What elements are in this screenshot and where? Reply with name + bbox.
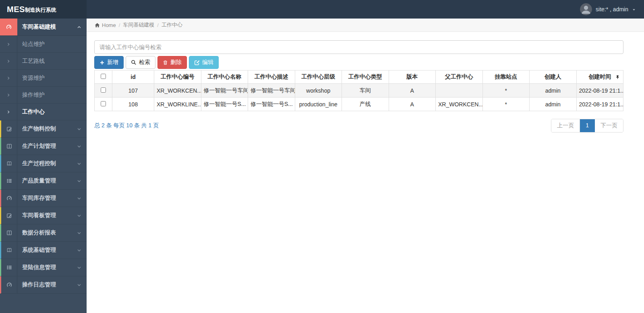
chevron-right-icon [0,36,17,52]
sidebar-item-操作维护[interactable]: 操作维护 [0,87,87,104]
table-cell: XR_WORKCEN... [436,97,483,111]
book-icon [1,242,17,259]
add-button-label: 新增 [107,59,118,66]
sidebar-item-工艺路线[interactable]: 工艺路线 [0,53,87,70]
sidebar-item-label: 工艺路线 [17,58,45,65]
table-row: 108XR_WORKLINE...修一智能一号S...修一智能一号S...pro… [95,97,623,111]
sidebar-group-系统基础管理[interactable]: 系统基础管理 [0,242,87,259]
table-cell: 2022-08-19 21:1... [576,97,623,111]
sidebar-group-车间库存管理[interactable]: 车间库存管理 [0,190,87,207]
edit-button[interactable]: 编辑 [189,56,219,69]
edit-icon [1,207,17,224]
table-cell: production_line [295,97,342,111]
pagination-controls: 上一页 1 下一页 [551,119,623,133]
column-header-父工作中心: 父工作中心 [436,70,483,84]
table-cell: 2022-08-19 21:1... [576,84,623,97]
sidebar-group-操作日志管理[interactable]: 操作日志管理 [0,276,87,294]
row-checkbox-cell [95,97,112,111]
table-cell: A [389,97,436,111]
next-page-button[interactable]: 下一页 [595,119,623,132]
search-button[interactable]: 检索 [126,56,155,69]
dashboard-icon [1,276,17,293]
delete-button[interactable]: 删除 [157,56,187,69]
sidebar-group-label: 生产物料控制 [17,125,56,133]
chevron-right-icon [0,53,17,69]
toolbar: 新增 检索 删除 编辑 [94,56,623,69]
sidebar-item-label: 操作维护 [17,91,45,99]
table-cell: 产线 [342,97,389,111]
sidebar-group-生产物料控制[interactable]: 生产物料控制 [0,120,87,138]
sidebar-group-产品质量管理[interactable]: 产品质量管理 [0,172,87,190]
sidebar-group-生产计划管理[interactable]: 生产计划管理 [0,138,87,155]
table-cell: workshop [295,84,342,97]
sidebar-group-登陆信息管理[interactable]: 登陆信息管理 [0,259,87,276]
user-label: site:* , admin [596,6,628,12]
list-icon [1,172,17,189]
columns-icon [1,138,17,155]
sidebar-group-车间看板管理[interactable]: 车间看板管理 [0,207,87,224]
sidebar-item-站点维护[interactable]: 站点维护 [0,36,87,53]
pin-icon[interactable] [615,75,620,79]
plus-icon [99,60,105,65]
sidebar-item-label: 站点维护 [17,41,45,48]
prev-page-button[interactable]: 上一页 [551,119,580,132]
book-icon [1,155,17,172]
select-all-checkbox[interactable] [101,74,106,79]
chevron-down-icon [77,248,81,253]
breadcrumb-item-page: 工作中心 [162,21,182,29]
column-header-工作中心名称: 工作中心名称 [201,70,248,84]
chevron-down-icon [77,231,81,235]
work-center-table: id工作中心编号工作中心名称工作中心描述工作中心层级工作中心类型版本父工作中心挂… [94,70,623,111]
sidebar-group-label: 生产计划管理 [17,143,56,150]
chevron-down-icon [77,144,81,149]
sidebar-group-workshop-modeling[interactable]: 车间基础建模 [0,19,87,36]
chevron-down-icon [77,214,81,218]
row-checkbox-cell [95,84,112,97]
breadcrumb-home[interactable]: Home [102,22,116,28]
table-cell: 修一智能一号车间 [201,84,248,97]
row-checkbox[interactable] [101,101,106,106]
add-button[interactable]: 新增 [94,56,124,69]
sidebar-submenu: 站点维护工艺路线资源维护操作维护工作中心 [0,36,87,120]
app-logo: MES 制造执行系统 [0,0,87,19]
table-cell [436,84,483,97]
table-cell: 107 [112,84,154,97]
sidebar-group-label: 数据分析报表 [17,229,56,236]
delete-button-label: 删除 [170,59,182,66]
home-icon [95,23,100,28]
column-header-工作中心层级: 工作中心层级 [295,70,342,84]
sidebar-item-工作中心[interactable]: 工作中心 [0,104,87,120]
table-cell: 108 [112,97,154,111]
page-1-button[interactable]: 1 [580,119,595,132]
table-cell: XR_WORKCEN... [154,84,201,97]
table-cell: 车间 [342,84,389,97]
search-icon [131,60,137,65]
top-navbar: MES 制造执行系统 site:* , admin [0,0,644,19]
brand-title: MES [7,5,25,14]
column-header-创建时间: 创建时间 [576,70,623,84]
chevron-down-icon [77,283,81,287]
sidebar-group-label: 车间基础建模 [17,23,56,31]
search-input[interactable] [94,40,623,54]
column-header-id: id [112,70,154,84]
chevron-right-icon [0,70,17,86]
page-layout: 车间基础建模 站点维护工艺路线资源维护操作维护工作中心 生产物料控制生产计划管理… [0,19,644,313]
table-cell: A [389,84,436,97]
user-menu[interactable]: site:* , admin [580,0,644,19]
sidebar-group-数据分析报表[interactable]: 数据分析报表 [0,224,87,242]
column-header-创建人: 创建人 [530,70,577,84]
table-cell: admin [530,97,577,111]
search-button-label: 检索 [139,59,150,66]
row-checkbox[interactable] [101,87,106,93]
sidebar-item-资源维护[interactable]: 资源维护 [0,70,87,87]
chevron-down-icon [77,265,81,270]
column-header-工作中心类型: 工作中心类型 [342,70,389,84]
column-header-工作中心编号: 工作中心编号 [154,70,201,84]
edit-button-label: 编辑 [202,59,213,66]
sidebar-group-生产过程控制[interactable]: 生产过程控制 [0,155,87,172]
table-cell: XR_WORKLINE... [154,97,201,111]
breadcrumb-separator: / [157,22,159,28]
table-cell: * [482,97,530,111]
column-header-版本: 版本 [389,70,436,84]
chevron-up-icon [77,25,81,29]
